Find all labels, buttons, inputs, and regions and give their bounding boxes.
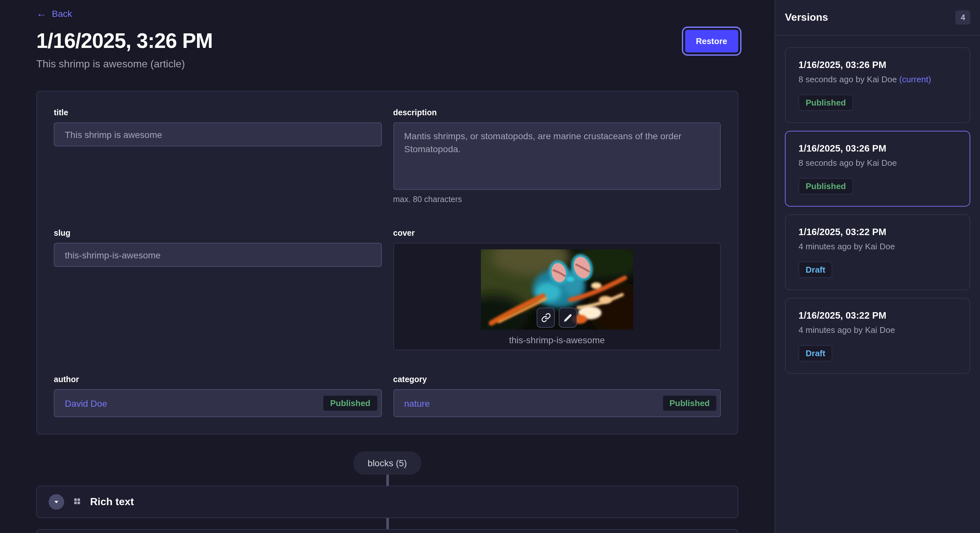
- title-row: 1/16/2025, 3:26 PM Restore: [36, 29, 738, 53]
- field-author: author David Doe Published: [54, 375, 382, 417]
- version-list: 1/16/2025, 03:26 PM 8 seconds ago by Kai…: [775, 36, 980, 385]
- version-status-badge: Draft: [799, 262, 832, 278]
- version-date: 1/16/2025, 03:22 PM: [799, 227, 957, 237]
- drag-grid-icon: [73, 496, 81, 508]
- category-relation-box: nature Published: [393, 389, 721, 417]
- app-root: ← Back 1/16/2025, 3:26 PM Restore This s…: [0, 0, 980, 533]
- slug-input: this-shrimp-is-awesome: [54, 243, 382, 267]
- block-item-rich-text[interactable]: Rich text: [36, 486, 738, 518]
- block-item-quote[interactable]: Quote - Thelonius Monk: [36, 529, 738, 533]
- version-status-badge: Published: [799, 178, 853, 194]
- version-status-row: Draft: [799, 262, 957, 278]
- field-description: description Mantis shrimps, or stomatopo…: [393, 108, 721, 204]
- edit-image-button[interactable]: [559, 308, 577, 328]
- versions-sidebar: Versions 4 1/16/2025, 03:26 PM 8 seconds…: [775, 0, 980, 533]
- expand-toggle-button[interactable]: [49, 494, 64, 510]
- page-subtitle: This shrimp is awesome (article): [36, 58, 738, 70]
- chevron-down-icon: [53, 497, 60, 507]
- version-status-badge: Draft: [799, 345, 832, 362]
- field-title: title This shrimp is awesome: [54, 108, 382, 146]
- field-category-label: category: [393, 375, 721, 384]
- link-icon: [541, 313, 551, 322]
- block-label: Rich text: [90, 496, 134, 508]
- version-status-badge: Published: [799, 95, 853, 111]
- version-meta-text: 4 minutes ago by Kai Doe: [799, 325, 895, 335]
- version-meta: 4 minutes ago by Kai Doe: [799, 325, 957, 335]
- restore-button[interactable]: Restore: [685, 30, 738, 52]
- cover-image: [481, 249, 633, 330]
- version-card-2-selected[interactable]: 1/16/2025, 03:26 PM 8 seconds ago by Kai…: [785, 131, 970, 206]
- field-slug: slug this-shrimp-is-awesome: [54, 228, 382, 267]
- screen: ← Back 1/16/2025, 3:26 PM Restore This s…: [0, 0, 980, 533]
- blocks-connector: [386, 518, 388, 529]
- version-date: 1/16/2025, 03:26 PM: [799, 143, 957, 154]
- version-card-3[interactable]: 1/16/2025, 03:22 PM 4 minutes ago by Kai…: [785, 214, 970, 290]
- version-meta: 8 seconds ago by Kai Doe (current): [799, 75, 957, 84]
- version-date: 1/16/2025, 03:26 PM: [799, 60, 957, 70]
- title-input: This shrimp is awesome: [54, 122, 382, 146]
- version-status-row: Published: [799, 178, 957, 194]
- cover-caption: this-shrimp-is-awesome: [509, 335, 605, 345]
- author-status-badge: Published: [323, 395, 377, 411]
- field-cover-label: cover: [393, 228, 721, 238]
- blocks-zone: blocks (5) Rich text: [36, 451, 738, 533]
- version-fields-card: title This shrimp is awesome description…: [36, 90, 738, 435]
- version-current-label: (current): [899, 75, 931, 84]
- description-hint: max. 80 characters: [393, 195, 721, 204]
- version-meta: 4 minutes ago by Kai Doe: [799, 241, 957, 251]
- field-slug-label: slug: [54, 228, 382, 238]
- description-textarea: Mantis shrimps, or stomatopods, are mari…: [393, 122, 721, 190]
- back-label: Back: [52, 8, 72, 19]
- category-relation-link[interactable]: nature: [404, 398, 430, 408]
- category-status-badge: Published: [662, 395, 717, 411]
- versions-title: Versions: [785, 12, 828, 23]
- field-author-label: author: [54, 375, 382, 384]
- version-meta-text: 8 seconds ago by Kai Doe: [799, 75, 897, 84]
- field-cover: cover: [393, 228, 721, 351]
- version-status-row: Draft: [799, 345, 957, 362]
- field-description-label: description: [393, 108, 721, 117]
- version-card-4[interactable]: 1/16/2025, 03:22 PM 4 minutes ago by Kai…: [785, 298, 970, 374]
- version-card-1[interactable]: 1/16/2025, 03:26 PM 8 seconds ago by Kai…: [785, 47, 970, 123]
- version-date: 1/16/2025, 03:22 PM: [799, 310, 957, 320]
- version-status-row: Published: [799, 95, 957, 111]
- version-meta-text: 8 seconds ago by Kai Doe: [799, 158, 897, 168]
- pencil-icon: [563, 313, 573, 322]
- main-content: ← Back 1/16/2025, 3:26 PM Restore This s…: [0, 0, 775, 533]
- back-arrow-icon: ←: [36, 8, 47, 19]
- author-relation-link[interactable]: David Doe: [65, 398, 107, 408]
- version-meta-text: 4 minutes ago by Kai Doe: [799, 241, 895, 251]
- cover-media-box: this-shrimp-is-awesome: [393, 243, 721, 351]
- field-category: category nature Published: [393, 375, 721, 417]
- version-meta: 8 seconds ago by Kai Doe: [799, 158, 957, 168]
- field-title-label: title: [54, 108, 382, 117]
- blocks-count-pill: blocks (5): [353, 451, 421, 475]
- page-title: 1/16/2025, 3:26 PM: [36, 29, 213, 53]
- blocks-connector: [386, 475, 388, 486]
- versions-header: Versions 4: [775, 0, 980, 36]
- versions-count-badge: 4: [956, 10, 970, 25]
- cover-actions: [537, 308, 577, 328]
- back-link[interactable]: ← Back: [36, 8, 72, 19]
- author-relation-box: David Doe Published: [54, 389, 382, 417]
- copy-link-button[interactable]: [537, 308, 555, 328]
